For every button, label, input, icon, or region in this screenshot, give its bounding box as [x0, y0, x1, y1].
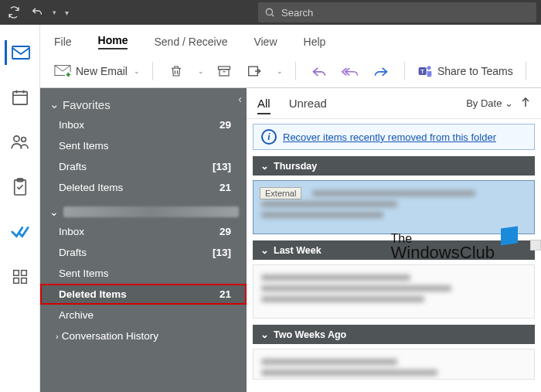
reply-button[interactable]: [308, 60, 330, 82]
tab-send-receive[interactable]: Send / Receive: [154, 36, 227, 48]
chevron-down-icon: ⌄: [260, 329, 269, 340]
tab-home[interactable]: Home: [98, 34, 128, 49]
fav-drafts[interactable]: Drafts [13]: [40, 156, 247, 177]
delete-button[interactable]: [165, 60, 187, 82]
chevron-down-icon: ⌄: [260, 244, 269, 256]
separator: [526, 62, 526, 80]
ribbon-actions: New Email ⌄ ⌄ ⌄ T Share to Teams: [0, 54, 541, 88]
message-list-pane: All Unread By Date ⌄ i Recover items rec…: [247, 88, 541, 392]
collapse-folder-pane-icon[interactable]: ‹: [238, 93, 242, 105]
folder-label: Sent Items: [59, 140, 109, 152]
fav-sent-items[interactable]: Sent Items: [40, 135, 247, 156]
acct-drafts[interactable]: Drafts [13]: [40, 242, 247, 263]
acct-archive[interactable]: Archive: [40, 305, 247, 326]
svg-rect-17: [13, 278, 19, 284]
navigation-rail: [0, 25, 40, 392]
rail-people[interactable]: [6, 130, 34, 155]
favorites-header[interactable]: ⌄ Favorites: [40, 88, 247, 114]
reply-icon: [311, 65, 327, 77]
folder-count: 21: [219, 182, 231, 193]
chevron-down-icon: ⌄: [49, 97, 60, 111]
folder-count: 29: [219, 119, 231, 131]
filter-all[interactable]: All: [257, 97, 270, 114]
separator: [404, 62, 405, 80]
forward-button[interactable]: [370, 60, 392, 82]
group-two-weeks-ago[interactable]: ⌄ Two Weeks Ago: [253, 325, 535, 344]
new-email-button[interactable]: New Email ⌄: [54, 64, 140, 78]
acct-conversation-history[interactable]: › Conversation History: [40, 326, 247, 346]
reply-all-button[interactable]: [339, 60, 361, 82]
search-input[interactable]: [281, 7, 530, 19]
separator: [295, 62, 296, 80]
filter-unread[interactable]: Unread: [289, 97, 327, 110]
folder-label: Drafts: [59, 247, 87, 258]
group-thursday[interactable]: ⌄ Thursday: [253, 156, 535, 176]
group-last-week[interactable]: ⌄ Last Week: [253, 240, 535, 260]
message-item[interactable]: External: [253, 180, 535, 234]
move-dropdown-icon[interactable]: ⌄: [277, 67, 283, 75]
sort-direction-button[interactable]: [521, 97, 530, 110]
group-label: Last Week: [274, 245, 322, 256]
qat-customize-icon[interactable]: ▾: [61, 3, 72, 22]
folder-label: Conversation History: [62, 330, 158, 342]
recover-items-link[interactable]: Recover items recently removed from this…: [283, 131, 496, 143]
svg-point-0: [266, 9, 272, 15]
rail-todo[interactable]: [6, 220, 34, 244]
account-header[interactable]: ⌄: [40, 198, 247, 221]
group-label: Thursday: [274, 161, 317, 172]
rail-mail[interactable]: [5, 40, 32, 65]
folder-label: Drafts: [59, 161, 87, 172]
rail-more-apps[interactable]: [6, 264, 34, 289]
archive-icon: [217, 65, 231, 77]
new-email-dropdown-icon[interactable]: ⌄: [134, 67, 140, 75]
message-item[interactable]: [253, 349, 535, 380]
acct-sent-items[interactable]: Sent Items: [40, 263, 247, 284]
ribbon-tabs: File Home Send / Receive View Help: [0, 25, 541, 54]
share-to-teams-label: Share to Teams: [437, 65, 513, 77]
undo-icon[interactable]: [28, 3, 46, 22]
rail-tasks-clipboard[interactable]: [6, 175, 34, 199]
undo-dropdown-icon[interactable]: ▾: [53, 9, 56, 16]
search-box[interactable]: [258, 2, 536, 22]
svg-rect-18: [21, 278, 26, 284]
quick-access-toolbar: ▾ ▾: [5, 3, 72, 22]
archive-button[interactable]: [213, 60, 235, 82]
account-name-redacted: [63, 206, 239, 217]
folder-count: [13]: [213, 247, 231, 258]
delete-dropdown-icon[interactable]: ⌄: [198, 67, 204, 75]
title-bar: ▾ ▾: [0, 0, 541, 25]
svg-rect-9: [12, 46, 29, 59]
folder-label: Archive: [59, 309, 94, 321]
separator: [152, 62, 153, 80]
info-icon: i: [261, 129, 277, 145]
forward-icon: [373, 65, 389, 77]
filter-bar: All Unread By Date ⌄: [247, 88, 541, 119]
group-label: Two Weeks Ago: [274, 329, 346, 340]
acct-deleted-items[interactable]: Deleted Items 21: [40, 284, 247, 305]
recover-items-bar: i Recover items recently removed from th…: [253, 124, 535, 150]
move-button[interactable]: [244, 60, 266, 82]
envelope-icon: [54, 64, 71, 78]
scrollbar-button[interactable]: [530, 240, 541, 251]
fav-inbox[interactable]: Inbox 29: [40, 114, 247, 135]
sync-icon[interactable]: [5, 3, 23, 22]
new-email-label: New Email: [76, 65, 128, 77]
share-to-teams-button[interactable]: T Share to Teams: [417, 63, 513, 79]
folder-label: Inbox: [59, 226, 84, 237]
acct-inbox[interactable]: Inbox 29: [40, 221, 247, 242]
message-preview-redacted: [258, 354, 529, 374]
message-item[interactable]: [253, 264, 535, 319]
chevron-down-icon: ⌄: [505, 97, 513, 109]
folder-label: Sent Items: [59, 268, 109, 279]
tab-help[interactable]: Help: [304, 36, 326, 48]
favorites-label: Favorites: [63, 98, 111, 111]
rail-calendar[interactable]: [6, 85, 34, 110]
tab-view[interactable]: View: [253, 36, 277, 48]
svg-rect-10: [12, 92, 26, 105]
tab-file[interactable]: File: [54, 36, 72, 48]
sort-by-date[interactable]: By Date ⌄: [466, 97, 513, 109]
svg-text:T: T: [420, 67, 424, 74]
fav-deleted-items[interactable]: Deleted Items 21: [40, 177, 247, 198]
folder-count: 29: [219, 226, 231, 237]
svg-rect-16: [21, 271, 26, 276]
